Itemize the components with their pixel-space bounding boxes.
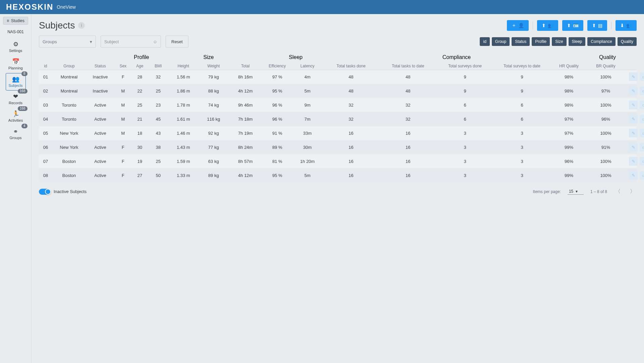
column-header[interactable]: Group	[52, 64, 86, 68]
edit-button[interactable]: ✎	[629, 86, 638, 95]
column-header[interactable]: Age	[131, 64, 148, 68]
delete-button[interactable]: ▭	[640, 143, 644, 152]
column-chip-id[interactable]: id	[480, 37, 489, 46]
prev-page-button[interactable]: 〈	[614, 187, 622, 196]
column-header[interactable]: Sex	[115, 64, 131, 68]
cell-sex: F	[115, 173, 131, 178]
column-header[interactable]: BR Quality	[587, 64, 624, 68]
delete-button[interactable]: ▭	[640, 101, 644, 109]
delete-button[interactable]: ▭	[640, 115, 644, 123]
column-chip-sleep[interactable]: Sleep	[569, 37, 586, 46]
table-row: 08BostonActiveF27501.33 m89 kg4h 12m95 %…	[39, 169, 637, 182]
column-header[interactable]: Weight	[198, 64, 229, 68]
cell-status: Active	[86, 145, 115, 150]
subject-input[interactable]: Subject ☺	[101, 36, 161, 48]
divider	[611, 22, 611, 29]
cell-tttd: 16	[379, 131, 436, 136]
column-chip-profile[interactable]: Profile	[532, 37, 550, 46]
cell-id: 07	[39, 159, 52, 164]
upload-icon: ⬆	[567, 23, 571, 28]
cell-age: 21	[131, 117, 148, 122]
cell-tttd: 32	[379, 103, 436, 108]
delete-button[interactable]: ▭	[640, 157, 644, 166]
column-header[interactable]	[624, 64, 644, 68]
next-page-button[interactable]: 〉	[629, 187, 637, 196]
column-header[interactable]: Total surveys to date	[493, 64, 550, 68]
sidebar-item-settings[interactable]: ⚙Settings	[6, 38, 26, 56]
column-header[interactable]: Total	[229, 64, 262, 68]
cell-tsd: 3	[436, 159, 493, 164]
column-chip-quality[interactable]: Quality	[618, 37, 637, 46]
edit-button[interactable]: ✎	[629, 115, 638, 123]
edit-button[interactable]: ✎	[629, 72, 638, 81]
groups-select[interactable]: Groups ▾	[39, 36, 96, 48]
cell-tstd: 9	[493, 88, 550, 94]
studies-button[interactable]: ≡ Studies	[3, 17, 28, 25]
pagination-range: 1 – 8 of 8	[590, 189, 607, 194]
group-header: Profile	[115, 54, 168, 60]
cell-bmi: 25	[148, 88, 168, 94]
download-group-button[interactable]: ⬇👥	[616, 20, 637, 31]
cell-weight: 63 kg	[198, 159, 229, 164]
delete-button[interactable]: ▭	[640, 129, 644, 137]
row-actions: ✎▭◷▦	[624, 86, 644, 95]
table-row: 05New YorkActiveM18431.46 m92 kg7h 19m91…	[39, 126, 637, 140]
reset-button[interactable]: Reset	[166, 36, 188, 48]
cell-tstd: 3	[493, 159, 550, 164]
cell-bmi: 25	[148, 159, 168, 164]
cell-group: New York	[52, 131, 86, 136]
delete-button[interactable]: ▭	[640, 86, 644, 95]
download-icon: ⬇	[620, 23, 624, 28]
column-header[interactable]: Total surveys done	[436, 64, 493, 68]
cell-id: 08	[39, 173, 52, 178]
nav-label: Planning	[8, 66, 23, 70]
cell-height: 1.61 m	[168, 117, 198, 122]
sidebar-item-groups[interactable]: 4⚭Groups	[6, 125, 26, 143]
column-header[interactable]: Total tasks done	[323, 64, 379, 68]
column-header[interactable]: Total tasks to date	[379, 64, 436, 68]
cell-ttd: 16	[323, 173, 379, 178]
info-icon[interactable]: i	[78, 22, 85, 29]
face-icon: ☺	[153, 39, 157, 44]
cell-height: 1.33 m	[168, 173, 198, 178]
edit-button[interactable]: ✎	[629, 171, 638, 180]
edit-button[interactable]: ✎	[629, 143, 638, 152]
row-actions: ✎▭◷▦	[624, 157, 644, 166]
cell-total: 4h 12m	[229, 88, 262, 94]
upload-card-button[interactable]: ⬆🪪	[562, 20, 583, 31]
sidebar-item-records[interactable]: 168❤Records	[6, 90, 26, 108]
column-header[interactable]: Status	[86, 64, 115, 68]
sidebar-item-planning[interactable]: 📅Planning	[6, 56, 26, 73]
edit-button[interactable]: ✎	[629, 129, 638, 137]
column-header[interactable]: HR Quality	[550, 64, 587, 68]
upload-doc-button[interactable]: ⬆▤	[587, 20, 607, 31]
items-per-page-select[interactable]: 15 ▾	[568, 188, 584, 195]
delete-button[interactable]: ▭	[640, 72, 644, 81]
cell-eff: 97 %	[262, 74, 292, 79]
cell-weight: 116 kg	[198, 117, 229, 122]
column-header[interactable]: Efficiency	[262, 64, 292, 68]
edit-button[interactable]: ✎	[629, 157, 638, 166]
column-header[interactable]: BMI	[148, 64, 168, 68]
column-chip-compliance[interactable]: Compliance	[587, 37, 615, 46]
column-chip-group[interactable]: Group	[492, 37, 510, 46]
cell-height: 1.46 m	[168, 131, 198, 136]
column-header[interactable]: Height	[168, 64, 198, 68]
sidebar-item-activities[interactable]: 168🏃Activities	[6, 108, 26, 125]
edit-icon: ✎	[632, 117, 635, 122]
column-header[interactable]: id	[39, 64, 52, 68]
column-chip-status[interactable]: Status	[512, 37, 530, 46]
row-actions: ✎▭◷▦	[624, 129, 644, 137]
column-header[interactable]: Latency	[292, 64, 323, 68]
cell-group: Toronto	[52, 117, 86, 122]
column-chip-size[interactable]: Size	[552, 37, 566, 46]
upload-group-button[interactable]: ⬆👥	[537, 20, 558, 31]
inactive-toggle[interactable]	[39, 189, 50, 195]
cell-sex: M	[115, 117, 131, 122]
cell-weight: 92 kg	[198, 131, 229, 136]
add-subject-button[interactable]: ＋👤	[507, 20, 529, 31]
sidebar-item-subjects[interactable]: 8👥Subjects	[6, 73, 26, 90]
row-actions: ✎▭◷▦	[624, 143, 644, 152]
delete-button[interactable]: ▭	[640, 171, 644, 180]
edit-button[interactable]: ✎	[629, 101, 638, 109]
